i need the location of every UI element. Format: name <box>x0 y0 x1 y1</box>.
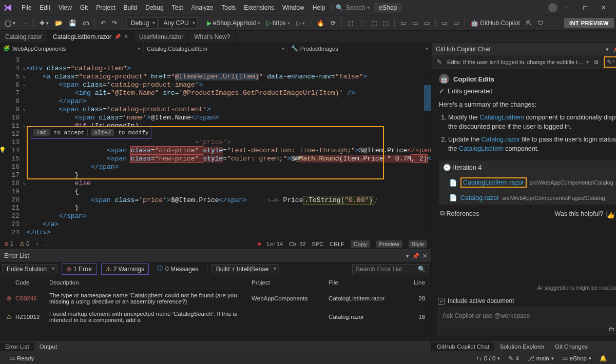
scroll-thumb[interactable] <box>424 85 431 111</box>
link-cataloglistitem2[interactable]: CatalogListItem <box>459 145 504 152</box>
panel-menu-button[interactable]: ▾ <box>406 253 409 259</box>
tab-cataloglistitem[interactable]: CatalogListItem.razor 📌 ✕ <box>48 31 134 43</box>
code-line[interactable]: <div class="catalog-item"> <box>27 65 431 73</box>
chevron-down-icon[interactable]: ▾ <box>586 59 589 65</box>
col-file[interactable]: File <box>325 278 402 287</box>
error-row[interactable]: ⚠RZ10012Found markup element with unexpe… <box>0 308 431 326</box>
redo-button[interactable]: ↷ <box>109 18 120 28</box>
new-thread-button[interactable]: ⧉ <box>592 57 601 67</box>
menu-window[interactable]: Window <box>278 2 309 13</box>
menu-build[interactable]: Build <box>120 2 142 13</box>
link-cataloglistitem[interactable]: CatalogListItem <box>479 114 524 121</box>
menu-view[interactable]: View <box>54 2 76 13</box>
iteration-file-2[interactable]: 📄 Catalog.razor src\WebApp\Components\Pa… <box>439 191 616 205</box>
menu-edit[interactable]: Edit <box>35 2 54 13</box>
new-item-button[interactable]: ✚ ▾ <box>37 18 51 28</box>
code-line[interactable]: } <box>27 171 431 179</box>
pill-preview[interactable]: Preview <box>376 240 402 248</box>
link-catalogrunner[interactable]: Catalog.razor <box>482 136 520 143</box>
tab-whatsnew[interactable]: What's New? <box>189 31 236 43</box>
code-line[interactable]: ='price'> <box>27 138 431 147</box>
start-nodebug-button[interactable]: ▷ https ▾ <box>264 18 293 28</box>
nav-up[interactable]: ↑ <box>35 241 38 247</box>
breadcrumb-project[interactable]: 🧩WebAppComponents <box>0 45 143 52</box>
start-debug-button[interactable]: ▶ eShop.AppHost ▾ <box>204 18 263 28</box>
edit-icon[interactable]: ✎ <box>435 57 444 67</box>
save-all-button[interactable]: 🗃 <box>80 18 91 28</box>
notifications-button[interactable]: 🔔 <box>595 355 611 362</box>
copilot-edits-button[interactable]: ✎⁺ <box>604 56 616 68</box>
warning-count[interactable]: ⚠ 0 <box>20 240 29 247</box>
step-btn-3[interactable]: ⬚ <box>369 18 379 28</box>
include-active-doc-checkbox[interactable]: ✓ Include active document <box>438 297 616 305</box>
indent-mode[interactable]: SPC <box>312 241 323 247</box>
toolbox-btn-3[interactable]: ▭ <box>421 18 432 28</box>
copilot-input[interactable]: Ask Copilot or use @workspace 🗀 ➤ <box>438 308 616 335</box>
error-row[interactable]: ⊗CS0246The type or namespace name 'Catal… <box>0 289 431 308</box>
start-2-button[interactable]: ▷▾ <box>294 18 307 28</box>
toolbox-btn-4[interactable]: ▭ <box>439 18 450 28</box>
code-line[interactable]: } <box>27 204 431 212</box>
tab-catalog-razor[interactable]: Catalog.razor <box>0 31 48 43</box>
inline-suggestion-popup[interactable]: Tab to accept Alt+/ to modify <box>31 127 151 139</box>
code-line[interactable] <box>27 56 431 65</box>
tab-git-changes[interactable]: Git Changes <box>550 342 593 351</box>
code-editor[interactable]: 34⌄5⌄6⌄789⌄1011⌄121314💡15161718⌄19202122… <box>0 54 431 238</box>
step-btn-1[interactable]: ⬚ <box>345 18 356 28</box>
step-btn-4[interactable]: ⬚ <box>380 18 391 28</box>
status-branch[interactable]: ⎇ main ▾ <box>523 355 558 362</box>
code-line[interactable]: </a> <box>27 220 431 229</box>
code-line[interactable]: <span class="old-price" style="text-deco… <box>27 147 431 155</box>
status-nav[interactable]: ↑↓ 0 / 0 ▾ <box>472 355 505 361</box>
menu-analyze[interactable]: Analyze <box>187 2 218 13</box>
menu-git[interactable]: Git <box>76 2 92 13</box>
undo-button[interactable]: ↶ <box>98 18 108 28</box>
tab-usermenu[interactable]: UserMenu.razor <box>134 31 189 43</box>
code-line[interactable]: <span class='price'>$@Item.Price</span> … <box>27 196 431 204</box>
panel-close-button[interactable]: ✕ <box>422 253 427 259</box>
user-avatar[interactable] <box>548 3 557 12</box>
col-desc[interactable]: Description <box>46 278 248 287</box>
code-line[interactable]: </span> <box>27 212 431 220</box>
status-changes[interactable]: ✎ 4 <box>504 355 523 362</box>
pill-style[interactable]: Style <box>409 240 427 248</box>
back-button[interactable]: ◯ ▾ <box>2 18 18 28</box>
filter-errors[interactable]: ⊗1 Error <box>62 264 97 275</box>
menu-project[interactable]: Project <box>92 2 119 13</box>
breadcrumb-type[interactable]: Catalog.CatalogListItem <box>144 46 287 52</box>
menu-debug[interactable]: Debug <box>141 2 167 13</box>
admin-button[interactable]: 🛡 <box>535 18 546 28</box>
build-scope-combo[interactable]: Build + IntelliSense <box>211 264 279 274</box>
share-button[interactable]: ⇱ <box>524 18 534 28</box>
code-line[interactable]: <span class='name'>@Item.Name</span> <box>27 114 431 122</box>
pill-copy[interactable]: Copy <box>351 240 370 248</box>
scope-combo[interactable]: Entire Solution <box>2 264 57 274</box>
menu-file[interactable]: File <box>17 2 35 13</box>
thumbs-up-button[interactable]: 👍 <box>606 211 614 217</box>
code-line[interactable]: { <box>27 188 431 196</box>
filter-warnings[interactable]: ⚠2 Warnings <box>101 264 149 275</box>
code-line[interactable]: </span> <box>27 163 431 171</box>
code-line[interactable]: <a class="catalog-product" href="@ItemHe… <box>27 73 431 81</box>
code-line[interactable]: </div> <box>27 229 431 237</box>
window-restore-button[interactable]: ◻ <box>576 3 594 13</box>
error-count[interactable]: ⊗ 1 <box>4 240 13 247</box>
panel-menu-button[interactable]: ▾ <box>605 45 610 54</box>
code-line[interactable]: <span class='catalog-product-content'> <box>27 106 431 114</box>
config-combo[interactable]: Debug <box>126 17 158 29</box>
filter-messages[interactable]: ⓘ0 Messages <box>153 263 203 275</box>
platform-combo[interactable]: Any CPU <box>159 17 197 29</box>
col-line[interactable]: Line <box>402 278 428 287</box>
references-row[interactable]: ⧉ References Was this helpful? 👍 👎 <box>439 205 616 223</box>
status-repo[interactable]: ▭ eShop ▾ <box>558 355 595 362</box>
code-line[interactable]: <span class='catalog-product-image'> <box>27 81 431 89</box>
pin-icon[interactable]: 📌 <box>114 34 121 39</box>
forward-button[interactable]: → <box>19 18 30 28</box>
global-search[interactable]: 🔍 Search ▾ <box>336 4 370 11</box>
toolbox-btn-5[interactable]: ▭ <box>451 18 461 28</box>
code-line[interactable]: <span class="new-price" style="color: gr… <box>27 155 431 163</box>
breadcrumb-member[interactable]: 🔧ProductImages <box>288 45 431 52</box>
iteration-file-1[interactable]: 📄 CatalogListItem.razor src\WebAppCompon… <box>439 174 616 191</box>
copilot-button[interactable]: 🤖 GitHub Copilot <box>468 18 523 28</box>
window-close-button[interactable]: ✕ <box>594 3 613 13</box>
